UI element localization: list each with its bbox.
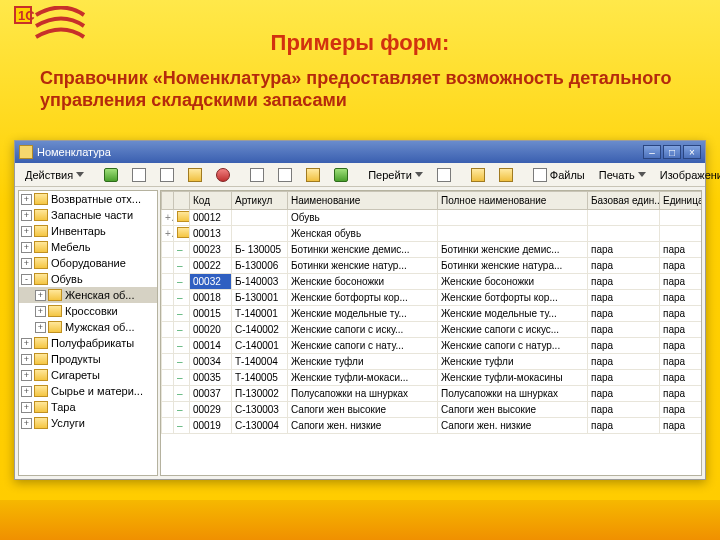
expand-icon[interactable]: - — [21, 274, 32, 285]
expand-icon[interactable]: + — [21, 194, 32, 205]
expand-icon[interactable]: + — [21, 402, 32, 413]
tree-label: Инвентарь — [51, 225, 106, 237]
image-button[interactable]: Изображение — [654, 166, 720, 184]
tree-item[interactable]: +Полуфабрикаты — [19, 335, 157, 351]
expand-icon[interactable]: + — [35, 290, 46, 301]
expand-icon[interactable]: + — [21, 242, 32, 253]
tree-item[interactable]: +Тара — [19, 399, 157, 415]
cell-name: Женские туфли — [288, 354, 438, 370]
tree-item[interactable]: -Обувь — [19, 271, 157, 287]
table-row[interactable]: –00029С-130003Сапоги жен высокиеСапоги ж… — [162, 402, 703, 418]
files-button[interactable]: Файлы — [527, 166, 591, 184]
actions-menu[interactable]: Действия — [19, 166, 90, 184]
tree-item[interactable]: +Кроссовки — [19, 303, 157, 319]
tree-item[interactable]: +Оборудование — [19, 255, 157, 271]
expand-icon[interactable]: + — [21, 338, 32, 349]
table-row[interactable]: –00020С-140002Женские сапоги с иску...Же… — [162, 322, 703, 338]
minimize-button[interactable]: – — [643, 145, 661, 159]
add-group-button[interactable] — [126, 166, 152, 184]
tree-item[interactable]: +Сигареты — [19, 367, 157, 383]
folder-icon — [34, 337, 48, 349]
cell-article — [232, 226, 288, 242]
table-row[interactable]: –00023Б- 130005Ботинки женские демис...Б… — [162, 242, 703, 258]
item-icon: – — [177, 260, 183, 271]
expand-icon[interactable]: + — [21, 210, 32, 221]
folder-icon — [132, 168, 146, 182]
cell-full: Сапоги жен высокие — [438, 402, 588, 418]
col-full[interactable]: Полное наименование — [438, 192, 588, 210]
table-row[interactable]: –00032Б-140003Женские босоножкиЖенские б… — [162, 274, 703, 290]
cell-article: С-140002 — [232, 322, 288, 338]
tree-label: Услуги — [51, 417, 85, 429]
cell-name: Женские модельные ту... — [288, 306, 438, 322]
table-row[interactable]: –00015Т-140001Женские модельные ту...Жен… — [162, 306, 703, 322]
tree-item[interactable]: +Женская об... — [19, 287, 157, 303]
cell-base: пара — [588, 290, 660, 306]
cell-code: 00020 — [190, 322, 232, 338]
table-row[interactable]: –00022Б-130006Ботинки женские натур...Бо… — [162, 258, 703, 274]
table-row[interactable]: –00035Т-140005Женские туфли-мокаси...Жен… — [162, 370, 703, 386]
folder-icon — [34, 353, 48, 365]
expand-icon[interactable]: + — [21, 258, 32, 269]
tree-item[interactable]: +Услуги — [19, 415, 157, 431]
table-row[interactable]: –00037П-130002Полусапожки на шнуркахПолу… — [162, 386, 703, 402]
col-base[interactable]: Базовая един... — [588, 192, 660, 210]
flat-button[interactable] — [272, 166, 298, 184]
refresh-button[interactable] — [328, 166, 354, 184]
table-row[interactable]: +00013Женская обувь — [162, 226, 703, 242]
table-row[interactable]: –00018Б-130001Женские ботфорты кор...Жен… — [162, 290, 703, 306]
expand-icon[interactable]: + — [21, 386, 32, 397]
hier-button[interactable] — [244, 166, 270, 184]
cell-base: пара — [588, 322, 660, 338]
table-row[interactable]: –00034Т-140004Женские туфлиЖенские туфли… — [162, 354, 703, 370]
cell-unit: пара — [660, 242, 703, 258]
folder-icon — [177, 227, 190, 238]
cell-article: Б-130001 — [232, 290, 288, 306]
tree-item[interactable]: +Продукты — [19, 351, 157, 367]
help-button[interactable] — [431, 166, 457, 184]
table-row[interactable]: +00012Обувь — [162, 210, 703, 226]
tree-item[interactable]: +Запасные части — [19, 207, 157, 223]
print-menu[interactable]: Печать — [593, 166, 652, 184]
edit-button[interactable] — [182, 166, 208, 184]
cell-unit: пара — [660, 354, 703, 370]
expand-icon[interactable]: + — [21, 418, 32, 429]
maximize-button[interactable]: □ — [663, 145, 681, 159]
tree-label: Тара — [51, 401, 76, 413]
item-icon: – — [177, 388, 183, 399]
extra1-button[interactable] — [465, 166, 491, 184]
delete-button[interactable] — [210, 166, 236, 184]
goto-menu[interactable]: Перейти — [362, 166, 429, 184]
tree-item[interactable]: +Инвентарь — [19, 223, 157, 239]
tree-item[interactable]: +Мужская об... — [19, 319, 157, 335]
add-button[interactable] — [98, 166, 124, 184]
extra2-button[interactable] — [493, 166, 519, 184]
col-name[interactable]: Наименование — [288, 192, 438, 210]
copy-button[interactable] — [154, 166, 180, 184]
expand-icon[interactable]: + — [21, 370, 32, 381]
expand-icon[interactable]: + — [21, 354, 32, 365]
expand-icon[interactable]: + — [35, 322, 46, 333]
col-code[interactable]: Код — [190, 192, 232, 210]
delete-icon — [216, 168, 230, 182]
table-row[interactable]: –00014С-140001Женские сапоги с нату...Же… — [162, 338, 703, 354]
expand-icon[interactable]: + — [35, 306, 46, 317]
help-icon — [437, 168, 451, 182]
cell-code: 00022 — [190, 258, 232, 274]
tree-item[interactable]: +Мебель — [19, 239, 157, 255]
close-button[interactable]: × — [683, 145, 701, 159]
cell-base: пара — [588, 274, 660, 290]
cell-full — [438, 226, 588, 242]
col-article[interactable]: Артикул — [232, 192, 288, 210]
tree-item[interactable]: +Сырье и матери... — [19, 383, 157, 399]
table-row[interactable]: –00019С-130004Сапоги жен. низкиеСапоги ж… — [162, 418, 703, 434]
window-icon — [19, 145, 33, 159]
col-unit[interactable]: Единица хра... — [660, 192, 703, 210]
cell-unit — [660, 226, 703, 242]
cell-article: Т-140001 — [232, 306, 288, 322]
tree-item[interactable]: +Возвратные отх... — [19, 191, 157, 207]
expand-icon[interactable]: + — [21, 226, 32, 237]
find-button[interactable] — [300, 166, 326, 184]
edit-icon — [188, 168, 202, 182]
svg-text:1C: 1C — [18, 8, 35, 23]
